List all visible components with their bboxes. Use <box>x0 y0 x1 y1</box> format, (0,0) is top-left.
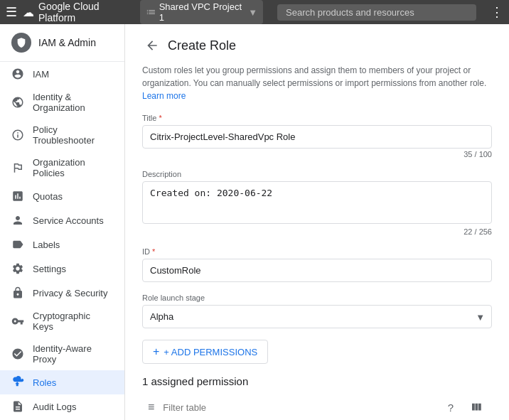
topbar-right: ⋮ <box>491 4 503 20</box>
sidebar-item-quotas[interactable]: Quotas <box>0 184 124 208</box>
more-options-icon[interactable]: ⋮ <box>491 4 503 20</box>
policy-icon <box>11 129 24 141</box>
sidebar-item-label: Identity-Aware Proxy <box>33 343 113 365</box>
id-input[interactable] <box>142 259 492 282</box>
sidebar-item-label: Organization Policies <box>33 157 113 178</box>
search-bar <box>277 4 476 21</box>
sidebar-item-identity-proxy[interactable]: Identity-Aware Proxy <box>0 338 124 370</box>
back-button[interactable] <box>142 36 162 55</box>
service-accounts-icon <box>11 214 24 227</box>
add-permissions-button[interactable]: + + ADD PERMISSIONS <box>142 340 268 364</box>
add-permissions-label: + ADD PERMISSIONS <box>164 347 257 357</box>
iam-icon <box>11 68 24 80</box>
table-toolbar: ≡ ? <box>142 394 492 420</box>
description-label: Description <box>142 170 492 178</box>
page-header: Create Role <box>142 36 492 55</box>
title-field: Title * 35 / 100 <box>142 114 492 158</box>
sidebar-item-labels[interactable]: Labels <box>0 232 124 257</box>
sidebar-item-identity-org[interactable]: Identity & Organization <box>0 86 124 119</box>
sidebar-item-label: Labels <box>33 239 60 250</box>
filter-input[interactable] <box>160 399 435 416</box>
topbar: ☰ ☁ Google Cloud Platform Shared VPC Pro… <box>0 0 509 24</box>
settings-icon <box>11 262 24 275</box>
table-toolbar-icons: ? <box>441 397 486 417</box>
sidebar-item-label: Service Accounts <box>33 215 104 226</box>
description-char-count: 22 / 256 <box>142 227 492 236</box>
id-required: * <box>150 247 155 256</box>
audit-logs-icon <box>11 400 24 413</box>
filter-icon: ≡ <box>148 401 154 414</box>
sidebar-item-cryptographic-keys[interactable]: Cryptographic Keys <box>0 305 124 338</box>
permissions-title: 1 assigned permission <box>142 375 492 387</box>
app-logo: ☁ Google Cloud Platform <box>23 1 132 23</box>
sidebar-item-label: Privacy & Security <box>33 288 107 298</box>
back-arrow-icon <box>145 38 159 53</box>
sidebar-item-label: IAM <box>33 69 49 80</box>
sidebar-item-audit-logs[interactable]: Audit Logs <box>0 394 124 419</box>
id-field: ID * <box>142 247 492 282</box>
learn-more-link[interactable]: Learn more <box>142 91 186 101</box>
sidebar-item-settings[interactable]: Settings <box>0 257 124 281</box>
project-dropdown-arrow: ▼ <box>248 7 257 18</box>
sidebar-item-roles[interactable]: Roles <box>0 370 124 394</box>
page-description: Custom roles let you group permissions a… <box>142 64 492 102</box>
labels-icon <box>11 238 24 251</box>
sidebar-header-icon <box>11 33 31 53</box>
sidebar-item-policy-troubleshooter[interactable]: Policy Troubleshooter <box>0 119 124 151</box>
description-field: Description Created on: 2020-06-22 22 / … <box>142 170 492 236</box>
cloud-icon: ☁ <box>23 6 34 19</box>
privacy-icon <box>11 286 24 299</box>
launch-stage-field: Role launch stage Alpha Beta General Ava… <box>142 294 492 328</box>
identity-proxy-icon <box>11 348 24 360</box>
search-icon <box>277 7 476 18</box>
launch-stage-select[interactable]: Alpha Beta General Availability Disabled <box>142 305 492 328</box>
sidebar-item-privacy-security[interactable]: Privacy & Security <box>0 281 124 305</box>
org-policies-icon <box>11 161 24 174</box>
sidebar-item-label: Roles <box>33 377 56 388</box>
plus-icon: + <box>153 345 159 358</box>
sidebar-item-label: Identity & Organization <box>33 92 113 113</box>
description-input[interactable]: Created on: 2020-06-22 <box>142 181 492 224</box>
project-icon <box>146 6 156 18</box>
launch-stage-label: Role launch stage <box>142 294 492 302</box>
launch-stage-select-wrap: Alpha Beta General Availability Disabled… <box>142 305 492 328</box>
help-button[interactable]: ? <box>441 397 461 417</box>
sidebar-item-label: Settings <box>33 264 66 274</box>
app-name: Google Cloud Platform <box>38 1 132 23</box>
sidebar-item-service-accounts[interactable]: Service Accounts <box>0 208 124 232</box>
identity-org-icon <box>11 96 24 109</box>
crypto-keys-icon <box>11 315 24 328</box>
sidebar-item-label: Audit Logs <box>33 402 76 412</box>
permissions-section: 1 assigned permission ≡ ? <box>142 375 492 420</box>
search-input[interactable] <box>277 4 476 21</box>
sidebar-item-label: Policy Troubleshooter <box>33 124 113 146</box>
main-layout: IAM & Admin IAM Identity & Organization … <box>0 24 509 420</box>
project-name: Shared VPC Project 1 <box>159 1 242 23</box>
columns-icon <box>470 401 483 414</box>
title-char-count: 35 / 100 <box>142 150 492 158</box>
roles-icon <box>11 376 24 389</box>
content-area: Create Role Custom roles let you group p… <box>125 24 509 420</box>
title-required: * <box>156 114 161 122</box>
title-input[interactable] <box>142 125 492 149</box>
sidebar-item-label: Quotas <box>33 191 63 202</box>
content-inner: Create Role Custom roles let you group p… <box>125 24 509 420</box>
sidebar-header-text: IAM & Admin <box>38 37 96 48</box>
shield-icon <box>16 37 27 48</box>
page-title: Create Role <box>168 38 236 53</box>
columns-button[interactable] <box>466 397 486 417</box>
sidebar-item-label: Cryptographic Keys <box>33 311 113 332</box>
title-label: Title * <box>142 114 492 122</box>
sidebar: IAM & Admin IAM Identity & Organization … <box>0 24 125 420</box>
sidebar-header: IAM & Admin <box>0 24 124 62</box>
description-text: Custom roles let you group permissions a… <box>142 65 486 88</box>
sidebar-item-iam[interactable]: IAM <box>0 62 124 86</box>
project-selector[interactable]: Shared VPC Project 1 ▼ <box>140 0 263 24</box>
sidebar-item-org-policies[interactable]: Organization Policies <box>0 151 124 184</box>
menu-icon[interactable]: ☰ <box>6 4 17 20</box>
id-label: ID * <box>142 247 492 256</box>
quotas-icon <box>11 190 24 203</box>
